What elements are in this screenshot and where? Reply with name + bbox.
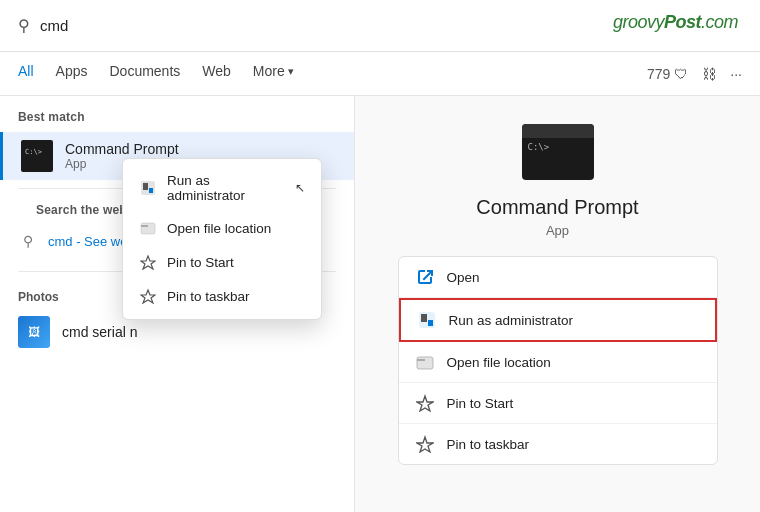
chevron-down-icon: ▾: [288, 49, 294, 93]
action-list: Open Run as administrator Open file loca…: [398, 256, 718, 465]
ctx-run-admin-label: Run as administrator: [167, 173, 281, 203]
action-run-admin[interactable]: Run as administrator: [399, 298, 717, 342]
search-icon: ⚲: [18, 16, 30, 35]
action-open-location[interactable]: Open file location: [399, 342, 717, 383]
result-count: 779 🛡: [647, 66, 688, 82]
action-open[interactable]: Open: [399, 257, 717, 298]
action-pin-start-label: Pin to Start: [447, 396, 514, 411]
cmd-result-name: Command Prompt: [65, 141, 179, 157]
action-open-location-label: Open file location: [447, 355, 551, 370]
filter-more[interactable]: More ▾: [253, 49, 294, 99]
preview-title: Command Prompt: [476, 196, 638, 219]
ctx-open-location[interactable]: Open file location: [123, 211, 321, 245]
open-location-icon: [139, 219, 157, 237]
run-admin-icon: [139, 179, 157, 197]
filter-apps[interactable]: Apps: [56, 49, 88, 99]
best-match-label: Best match: [0, 110, 354, 132]
svg-rect-9: [417, 359, 425, 361]
watermark: groovyPost.com: [613, 12, 738, 33]
main-content: Best match Command Prompt App Run as adm…: [0, 96, 760, 512]
svg-rect-2: [149, 188, 153, 193]
run-admin-right-icon: [417, 310, 437, 330]
filter-documents[interactable]: Documents: [109, 49, 180, 99]
photo-item-name: cmd serial n: [62, 324, 137, 340]
right-panel: Command Prompt App Open Run as administr…: [355, 96, 760, 512]
open-location-right-icon: [415, 352, 435, 372]
ctx-pin-taskbar-label: Pin to taskbar: [167, 289, 250, 304]
action-open-label: Open: [447, 270, 480, 285]
cmd-app-icon: [21, 140, 53, 172]
filter-web[interactable]: Web: [202, 49, 231, 99]
pin-taskbar-right-icon: [415, 434, 435, 454]
watermark-suffix: .com: [701, 12, 738, 32]
context-menu: Run as administrator ↖ Open file locatio…: [122, 158, 322, 320]
watermark-brand: Post: [664, 12, 701, 32]
ctx-pin-taskbar[interactable]: Pin to taskbar: [123, 279, 321, 313]
svg-rect-3: [141, 223, 155, 234]
filter-right: 779 🛡 ⛓ ···: [647, 66, 742, 82]
photo-app-icon: 🖼: [18, 316, 50, 348]
watermark-prefix: groovy: [613, 12, 664, 32]
svg-rect-6: [421, 314, 427, 322]
web-search-icon: ⚲: [18, 231, 38, 251]
svg-rect-8: [417, 357, 433, 369]
svg-rect-4: [141, 225, 148, 227]
action-pin-taskbar[interactable]: Pin to taskbar: [399, 424, 717, 464]
preview-type: App: [546, 223, 569, 238]
filter-bar: All Apps Documents Web More ▾ 779 🛡 ⛓ ··…: [0, 52, 760, 96]
pin-taskbar-icon: [139, 287, 157, 305]
action-pin-taskbar-label: Pin to taskbar: [447, 437, 530, 452]
more-options-icon[interactable]: ···: [730, 66, 742, 82]
pin-start-right-icon: [415, 393, 435, 413]
filter-all[interactable]: All: [18, 49, 34, 99]
action-run-admin-label: Run as administrator: [449, 313, 574, 328]
ctx-pin-start-label: Pin to Start: [167, 255, 234, 270]
cursor-icon: ↖: [295, 181, 305, 195]
app-preview-icon: [522, 124, 594, 180]
pin-start-icon: [139, 253, 157, 271]
shield-icon: 🛡: [674, 66, 688, 82]
svg-rect-1: [143, 183, 148, 190]
ctx-run-admin[interactable]: Run as administrator ↖: [123, 165, 321, 211]
left-panel: Best match Command Prompt App Run as adm…: [0, 96, 355, 512]
svg-rect-7: [428, 320, 433, 326]
share-icon[interactable]: ⛓: [702, 66, 716, 82]
open-icon: [415, 267, 435, 287]
ctx-pin-start[interactable]: Pin to Start: [123, 245, 321, 279]
ctx-open-location-label: Open file location: [167, 221, 271, 236]
action-pin-start[interactable]: Pin to Start: [399, 383, 717, 424]
